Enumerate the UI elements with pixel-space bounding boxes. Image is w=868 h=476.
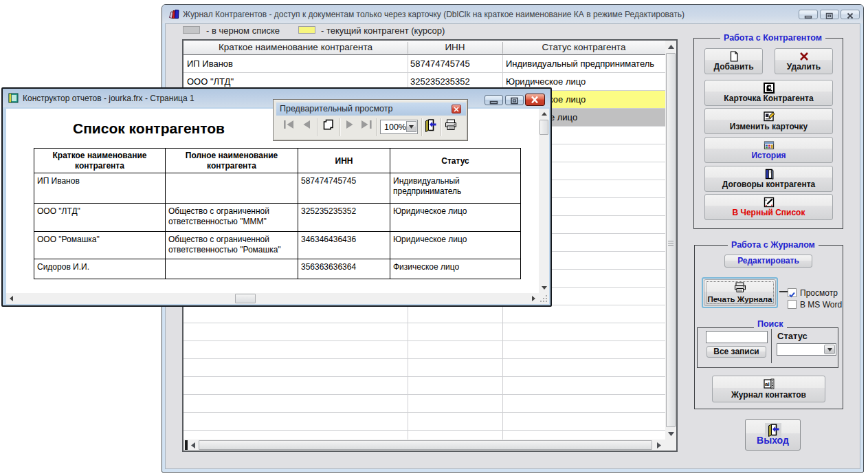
svg-text:al: al — [765, 381, 770, 387]
